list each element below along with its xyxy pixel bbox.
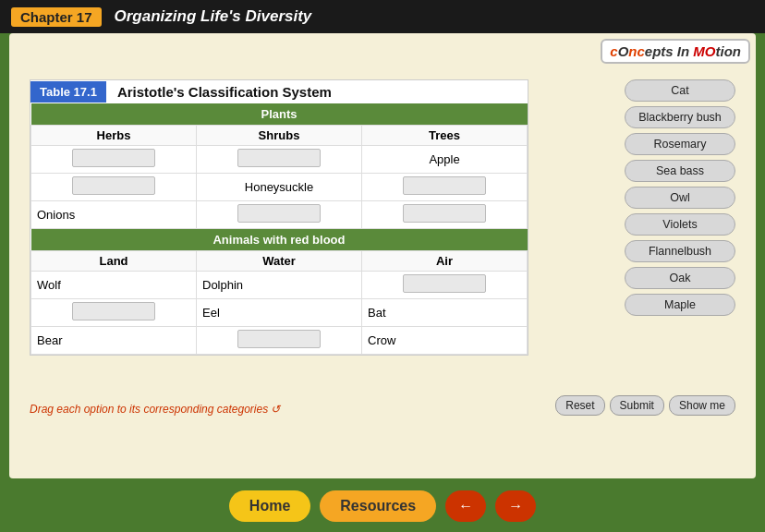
instruction-text: Drag each option to its corresponding ca… (30, 403, 281, 416)
submit-button[interactable]: Submit (610, 395, 664, 416)
classification-table-container: Table 17.1 Aristotle's Classification Sy… (30, 79, 528, 356)
water-cell-3[interactable] (197, 327, 362, 355)
drag-item-3[interactable]: Sea bass (625, 160, 735, 182)
land-cell-1: Wolf (31, 272, 197, 299)
drag-item-4[interactable]: Owl (625, 187, 735, 209)
animals-row-1: Wolf Dolphin (31, 272, 528, 299)
plants-row-2: Honeysuckle (31, 174, 528, 201)
land-cell-3: Bear (31, 327, 197, 355)
drag-item-7[interactable]: Oak (625, 267, 735, 289)
water-cell-2: Eel (197, 299, 362, 327)
prev-button[interactable]: ← (445, 490, 486, 522)
page-header: Chapter 17 Organizing Life's Diversity (0, 0, 765, 33)
plants-header-row: Plants (31, 103, 528, 126)
herbs-cell-2[interactable] (31, 174, 197, 201)
animals-column-headers: Land Water Air (31, 251, 528, 272)
drag-item-6[interactable]: Flannelbush (625, 240, 735, 262)
animals-row-2: Eel Bat (31, 299, 528, 327)
drag-item-0[interactable]: Cat (625, 79, 735, 102)
drag-item-2[interactable]: Rosemary (625, 133, 735, 155)
animals-row-3: Bear Crow (31, 327, 528, 355)
shrubs-cell-1[interactable] (197, 146, 362, 174)
trees-cell-3[interactable] (362, 201, 528, 229)
page-title: Organizing Life's Diversity (115, 7, 312, 26)
air-column-header: Air (362, 251, 528, 272)
resources-button[interactable]: Resources (320, 490, 436, 522)
herbs-cell-3: Onions (31, 201, 197, 229)
water-column-header: Water (197, 251, 362, 272)
reset-button[interactable]: Reset (555, 395, 604, 416)
home-button[interactable]: Home (229, 490, 310, 522)
land-cell-2[interactable] (31, 299, 197, 327)
shrubs-cell-2: Honeysuckle (197, 174, 362, 201)
table-title-bar: Table 17.1 Aristotle's Classification Sy… (30, 80, 528, 103)
shrubs-column-header: Shrubs (197, 126, 362, 146)
plants-section-header: Plants (31, 103, 528, 126)
logo: cOncepts In MOtion (601, 39, 750, 64)
show-me-button[interactable]: Show me (669, 395, 735, 416)
next-button[interactable]: → (495, 490, 536, 522)
plants-row-1: Apple (31, 146, 528, 174)
water-cell-1: Dolphin (197, 272, 362, 299)
plants-column-headers: Herbs Shrubs Trees (31, 126, 528, 146)
table-number: Table 17.1 (30, 81, 106, 103)
animals-section-header: Animals with red blood (31, 229, 528, 251)
main-content: Table 17.1 Aristotle's Classification Sy… (9, 33, 756, 478)
chapter-badge: Chapter 17 (11, 7, 102, 27)
shrubs-cell-3[interactable] (197, 201, 362, 229)
drag-item-5[interactable]: Violets (625, 213, 735, 236)
land-column-header: Land (31, 251, 197, 272)
trees-column-header: Trees (362, 126, 528, 146)
air-cell-1[interactable] (362, 272, 528, 299)
table-title: Aristotle's Classification System (106, 80, 343, 103)
classification-table: Plants Herbs Shrubs Trees Apple Honeysuc… (30, 103, 528, 355)
herbs-column-header: Herbs (31, 126, 197, 146)
drag-items-panel: CatBlackberry bushRosemarySea bassOwlVio… (625, 79, 735, 316)
air-cell-2: Bat (362, 299, 528, 327)
footer-nav: Home Resources ← → (0, 480, 765, 532)
action-buttons: Reset Submit Show me (555, 395, 735, 416)
plants-row-3: Onions (31, 201, 528, 229)
trees-cell-1: Apple (362, 146, 528, 174)
drag-item-8[interactable]: Maple (625, 294, 735, 316)
trees-cell-2[interactable] (362, 174, 528, 201)
air-cell-3: Crow (362, 327, 528, 355)
herbs-cell-1[interactable] (31, 146, 197, 174)
animals-header-row: Animals with red blood (31, 229, 528, 251)
drag-item-1[interactable]: Blackberry bush (625, 106, 735, 128)
